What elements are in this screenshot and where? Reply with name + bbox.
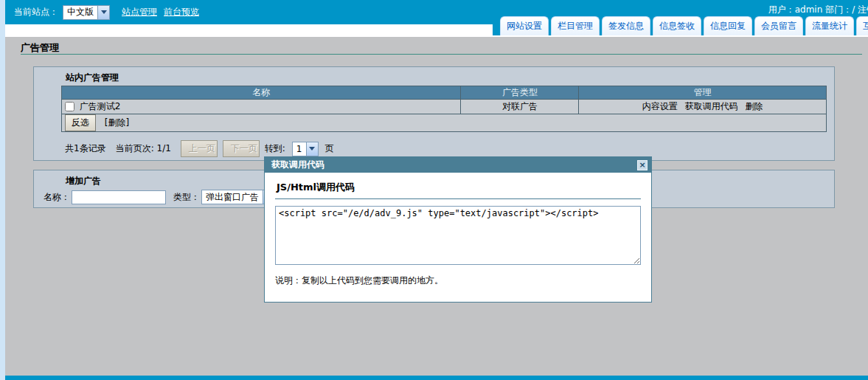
call-code-textarea[interactable]: <script src="/e/d/adv_9.js" type="text/j… [275,206,641,265]
logout-link[interactable]: 注销 [858,4,868,15]
close-icon[interactable]: × [637,160,647,170]
chevron-down-icon[interactable] [97,6,109,19]
ad-name: 广告测试2 [80,101,121,111]
pagination: 共1条记录 当前页次: 1/1 上一页 下一页 转到: 1 页 [65,140,334,157]
add-ad-fields: 名称： 类型： 弹出窗口广告 [44,190,281,204]
ads-panel-title: 站内广告管理 [66,72,119,84]
batch-delete-link[interactable]: [删除] [105,117,129,128]
goto-label: 转到: [265,142,285,155]
user-info: 用户：admin 部门：/ 注销 [768,0,868,16]
modal-heading: JS/Html调用代码 [275,179,641,199]
chevron-down-icon[interactable] [306,142,318,156]
page-title: 广告管理 [21,41,59,55]
content-setting-link[interactable]: 内容设置 [642,101,678,111]
site-manage-link[interactable]: 站点管理 [122,6,157,18]
modal-note: 说明：复制以上代码到您需要调用的地方。 [275,274,641,287]
user-label: 用户： [768,4,795,15]
col-header-manage: 管理 [579,86,827,100]
site-select-value: 中文版 [63,6,97,18]
title-rule [21,54,862,55]
page-select[interactable]: 1 [292,142,319,156]
ad-type: 对联广告 [461,100,579,114]
next-page-button[interactable]: 下一页 [223,140,260,157]
tab-receive-info[interactable]: 信息签收 [653,16,701,35]
header: 当前站点： 中文版 站点管理 前台预览 用户：admin 部门：/ 注销 网站设… [5,0,868,37]
table-header-row: 名称 广告类型 管理 [62,86,827,100]
tab-site-settings[interactable]: 网站设置 [500,16,549,35]
page-suffix-label: 页 [325,142,334,155]
tab-issue-info[interactable]: 签发信息 [602,16,650,35]
add-ad-panel-title: 增加广告 [66,175,101,187]
tab-traffic-stats[interactable]: 流量统计 [805,16,854,35]
username-link[interactable]: admin [795,4,823,15]
tab-member-message[interactable]: 会员留言 [754,16,803,35]
page-select-value: 1 [293,144,306,154]
record-count: 共1条记录 [65,142,106,155]
ads-table: 名称 广告类型 管理 广告测试2 对联广告 内容设置 获取调用代码 删除 [61,86,827,132]
header-right: 用户：admin 部门：/ 注销 网站设置 栏目管理 签发信息 信息签收 信息回… [493,0,868,35]
modal-title: 获取调用代码 [271,159,324,171]
main-content: 广告管理 站内广告管理 名称 广告类型 管理 广告测试2 对联广告 [5,37,868,376]
ad-type-select-value: 弹出窗口广告 [202,191,263,204]
name-label: 名称： [44,191,70,204]
site-select[interactable]: 中文版 [63,5,110,20]
tab-interact[interactable]: 互联 [856,16,868,35]
prev-page-button[interactable]: 上一页 [181,140,218,157]
current-site-label: 当前站点： [14,6,58,18]
tab-column-manage[interactable]: 栏目管理 [551,16,600,35]
delete-row-link[interactable]: 删除 [745,101,763,111]
modal-titlebar: 获取调用代码 × [265,157,651,173]
col-header-name: 名称 [62,86,461,100]
current-page-text: 当前页次: 1/1 [116,142,171,155]
modal-body: JS/Html调用代码 <script src="/e/d/adv_9.js" … [265,173,651,287]
table-row: 广告测试2 对联广告 内容设置 获取调用代码 删除 [62,100,827,114]
dept-label: 部门：/ [825,4,855,15]
bottom-bar [5,376,868,380]
nav-tabs: 网站设置 栏目管理 签发信息 信息签收 信息回复 会员留言 流量统计 互联 [500,16,868,35]
tab-reply-info[interactable]: 信息回复 [704,16,752,35]
get-call-code-link[interactable]: 获取调用代码 [685,101,738,111]
page: 当前站点： 中文版 站点管理 前台预览 用户：admin 部门：/ 注销 网站设… [0,0,868,380]
ads-panel: 站内广告管理 名称 广告类型 管理 广告测试2 对联广告 内容设置 获取调用代码 [33,66,835,161]
col-header-type: 广告类型 [461,86,579,100]
get-call-code-modal: 获取调用代码 × JS/Html调用代码 <script src="/e/d/a… [264,156,652,303]
ad-name-input[interactable] [72,190,166,204]
table-footer-row: 反选 [删除] [62,114,827,132]
type-label: 类型： [173,191,200,204]
row-checkbox[interactable] [65,102,74,111]
invert-selection-button[interactable]: 反选 [65,114,96,131]
front-preview-link[interactable]: 前台预览 [164,6,199,18]
